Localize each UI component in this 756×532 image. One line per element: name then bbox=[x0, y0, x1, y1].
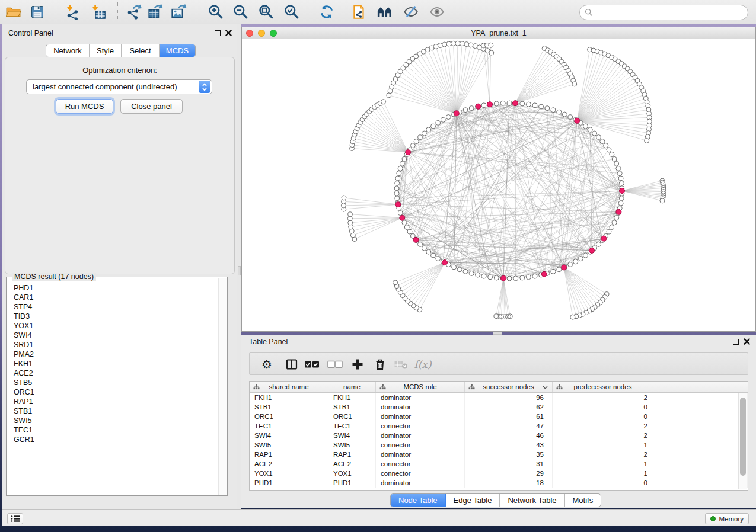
table-cell[interactable] bbox=[653, 431, 748, 440]
close-panel-icon[interactable] bbox=[225, 30, 232, 36]
mcds-result-item[interactable]: ACE2 bbox=[7, 368, 218, 378]
table-cell[interactable]: RAP1 bbox=[328, 450, 376, 459]
mcds-result-list[interactable]: PHD1CAR1STP4TID3YOX1SWI4SRD1PMA2FKH1ACE2… bbox=[7, 283, 218, 495]
mcds-result-item[interactable]: PHD1 bbox=[7, 283, 218, 293]
table-cell[interactable] bbox=[653, 459, 748, 469]
table-cell[interactable]: SWI4 bbox=[328, 431, 376, 440]
table-cell[interactable]: TEC1 bbox=[328, 421, 376, 431]
table-cell[interactable]: 43 bbox=[465, 440, 553, 450]
tab-node-table[interactable]: Node Table bbox=[391, 494, 446, 507]
table-cell[interactable]: 0 bbox=[553, 412, 653, 421]
export-table-button[interactable] bbox=[145, 2, 165, 22]
table-cell[interactable]: ORC1 bbox=[250, 412, 328, 421]
delete-column-button[interactable] bbox=[371, 355, 390, 374]
table-cell[interactable] bbox=[653, 469, 748, 478]
table-cell[interactable]: ACE2 bbox=[250, 459, 328, 469]
mcds-result-item[interactable]: CAR1 bbox=[7, 293, 218, 302]
network-canvas[interactable] bbox=[242, 39, 755, 331]
table-cell[interactable]: connector bbox=[376, 459, 465, 469]
column-header-name[interactable]: name bbox=[328, 382, 376, 392]
table-settings-button[interactable]: ⚙ bbox=[257, 355, 276, 374]
tab-select[interactable]: Select bbox=[122, 44, 160, 57]
table-cell[interactable]: 29 bbox=[465, 469, 553, 478]
table-cell[interactable]: dominator bbox=[376, 431, 465, 440]
minimize-window-icon[interactable] bbox=[258, 30, 265, 37]
mcds-list-scrollbar[interactable] bbox=[218, 278, 227, 495]
table-cell[interactable]: PHD1 bbox=[250, 478, 328, 488]
table-cell[interactable]: 0 bbox=[553, 478, 653, 488]
table-row[interactable]: ACE2ACE2connector311 bbox=[250, 459, 748, 469]
table-cell[interactable]: dominator bbox=[376, 450, 465, 459]
first-neighbors-button[interactable] bbox=[375, 2, 395, 22]
zoom-out-button[interactable] bbox=[231, 2, 251, 22]
float-panel-icon[interactable] bbox=[215, 30, 221, 36]
horizontal-splitter-handle[interactable] bbox=[493, 332, 502, 335]
table-cell[interactable]: FKH1 bbox=[328, 393, 376, 402]
table-cell[interactable]: 31 bbox=[465, 459, 553, 469]
mcds-result-item[interactable]: YOX1 bbox=[7, 321, 218, 331]
table-cell[interactable]: 47 bbox=[465, 421, 553, 431]
show-column-panel-button[interactable] bbox=[282, 355, 301, 374]
import-table-button[interactable] bbox=[88, 2, 109, 22]
table-cell[interactable]: PHD1 bbox=[328, 478, 376, 488]
table-cell[interactable]: STB1 bbox=[328, 402, 376, 412]
column-header-shared-name[interactable]: shared name bbox=[250, 382, 328, 392]
run-mcds-button[interactable]: Run MCDS bbox=[56, 99, 113, 114]
mcds-result-item[interactable]: PMA2 bbox=[7, 350, 218, 359]
table-cell[interactable]: 2 bbox=[553, 393, 653, 402]
table-row[interactable]: SWI5SWI5connector431 bbox=[250, 440, 748, 450]
table-cell[interactable] bbox=[653, 412, 748, 421]
mcds-result-item[interactable]: FKH1 bbox=[7, 359, 218, 368]
unselect-all-button[interactable] bbox=[326, 355, 344, 374]
table-cell[interactable]: FKH1 bbox=[250, 393, 328, 402]
table-cell[interactable]: 18 bbox=[465, 478, 553, 488]
table-row[interactable]: SWI4SWI4dominator462 bbox=[250, 431, 748, 440]
table-cell[interactable]: 2 bbox=[553, 431, 653, 440]
table-row[interactable]: FKH1FKH1dominator962 bbox=[250, 393, 748, 402]
column-header-successor-nodes[interactable]: successor nodes bbox=[465, 382, 553, 392]
table-cell[interactable]: TEC1 bbox=[250, 421, 328, 431]
table-cell[interactable]: connector bbox=[376, 469, 465, 478]
table-cell[interactable] bbox=[653, 450, 748, 459]
search-field[interactable] bbox=[579, 5, 748, 20]
table-cell[interactable]: SWI4 bbox=[250, 431, 328, 440]
table-row[interactable]: PHD1PHD1dominator180 bbox=[250, 478, 748, 488]
table-row[interactable]: YOX1YOX1connector291 bbox=[250, 469, 748, 478]
show-hidden-button[interactable] bbox=[427, 2, 447, 22]
network-window-titlebar[interactable]: YPA_prune.txt_1 bbox=[242, 27, 755, 39]
table-cell[interactable]: ACE2 bbox=[328, 459, 376, 469]
table-cell[interactable]: 2 bbox=[553, 421, 653, 431]
table-cell[interactable]: 1 bbox=[553, 469, 653, 478]
table-cell[interactable]: connector bbox=[376, 421, 465, 431]
tab-mcds[interactable]: MCDS bbox=[160, 44, 195, 57]
table-cell[interactable]: 96 bbox=[465, 393, 553, 402]
table-cell[interactable] bbox=[653, 421, 748, 431]
float-table-panel-icon[interactable] bbox=[733, 339, 739, 345]
table-cell[interactable] bbox=[653, 440, 748, 450]
table-row[interactable]: RAP1RAP1dominator352 bbox=[250, 450, 748, 459]
zoom-in-button[interactable] bbox=[206, 2, 226, 22]
table-cell[interactable]: 61 bbox=[465, 412, 553, 421]
table-cell[interactable]: dominator bbox=[376, 402, 465, 412]
close-panel-button[interactable]: Close panel bbox=[120, 99, 183, 114]
hide-selected-button[interactable] bbox=[401, 2, 421, 22]
table-cell[interactable]: STB1 bbox=[250, 402, 328, 412]
zoom-fit-button[interactable] bbox=[256, 2, 276, 22]
table-cell[interactable]: connector bbox=[376, 440, 465, 450]
import-network-button[interactable] bbox=[63, 2, 83, 22]
table-cell[interactable] bbox=[653, 478, 748, 488]
export-network-button[interactable] bbox=[124, 2, 144, 22]
show-log-button[interactable] bbox=[7, 513, 23, 524]
table-scrollbar[interactable] bbox=[738, 393, 747, 489]
table-cell[interactable] bbox=[653, 393, 748, 402]
network-graph[interactable] bbox=[242, 39, 755, 331]
table-cell[interactable]: YOX1 bbox=[328, 469, 376, 478]
table-cell[interactable]: 35 bbox=[465, 450, 553, 459]
table-cell[interactable]: RAP1 bbox=[250, 450, 328, 459]
mcds-result-item[interactable]: SWI4 bbox=[7, 331, 218, 340]
table-cell[interactable]: ORC1 bbox=[328, 412, 376, 421]
memory-button[interactable]: Memory bbox=[705, 513, 749, 524]
mcds-result-item[interactable]: SRD1 bbox=[7, 340, 218, 350]
function-builder-button[interactable]: f(x) bbox=[413, 355, 432, 374]
table-cell[interactable]: 1 bbox=[553, 459, 653, 469]
